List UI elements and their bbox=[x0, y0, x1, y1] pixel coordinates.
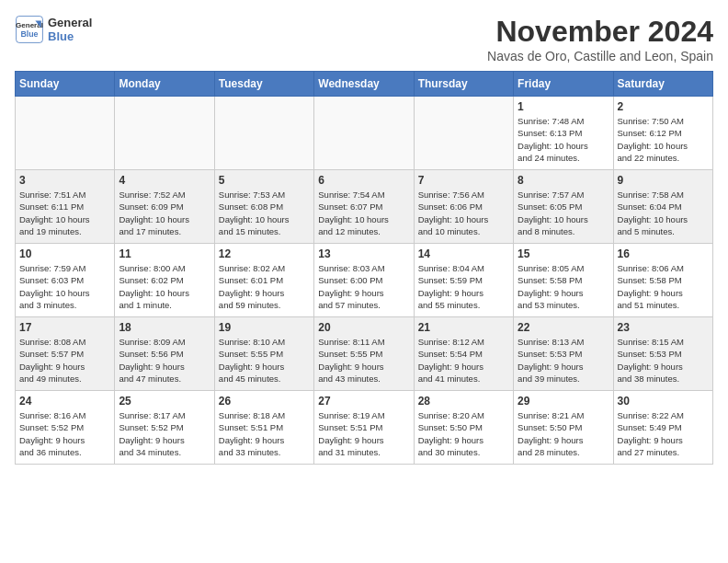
day-number: 24 bbox=[19, 395, 110, 408]
day-info: Sunrise: 7:56 AM Sunset: 6:06 PM Dayligh… bbox=[418, 189, 509, 237]
day-number: 28 bbox=[418, 395, 509, 408]
title-area: November 2024 Navas de Oro, Castille and… bbox=[487, 15, 713, 63]
calendar-cell bbox=[214, 97, 313, 170]
header: General Blue General Blue November 2024 … bbox=[15, 15, 713, 63]
day-number: 5 bbox=[219, 174, 310, 187]
day-number: 7 bbox=[418, 174, 509, 187]
calendar-cell bbox=[414, 97, 513, 170]
day-number: 16 bbox=[618, 247, 709, 260]
day-info: Sunrise: 7:54 AM Sunset: 6:07 PM Dayligh… bbox=[318, 189, 409, 237]
calendar-cell bbox=[314, 97, 414, 170]
day-info: Sunrise: 7:59 AM Sunset: 6:03 PM Dayligh… bbox=[19, 262, 110, 311]
logo: General Blue General Blue bbox=[15, 15, 92, 44]
day-number: 14 bbox=[418, 247, 509, 260]
day-info: Sunrise: 8:20 AM Sunset: 5:50 PM Dayligh… bbox=[418, 409, 509, 458]
day-info: Sunrise: 8:18 AM Sunset: 5:51 PM Dayligh… bbox=[219, 409, 310, 458]
day-number: 6 bbox=[318, 174, 409, 187]
calendar-cell: 14Sunrise: 8:04 AM Sunset: 5:59 PM Dayli… bbox=[414, 244, 513, 317]
calendar-cell: 18Sunrise: 8:09 AM Sunset: 5:56 PM Dayli… bbox=[115, 317, 214, 391]
calendar-cell: 29Sunrise: 8:21 AM Sunset: 5:50 PM Dayli… bbox=[514, 391, 613, 465]
week-row-2: 3Sunrise: 7:51 AM Sunset: 6:11 PM Daylig… bbox=[16, 170, 713, 244]
calendar-cell: 17Sunrise: 8:08 AM Sunset: 5:57 PM Dayli… bbox=[16, 317, 115, 391]
day-info: Sunrise: 7:48 AM Sunset: 6:13 PM Dayligh… bbox=[518, 115, 609, 164]
day-info: Sunrise: 7:51 AM Sunset: 6:11 PM Dayligh… bbox=[19, 189, 110, 237]
svg-text:Blue: Blue bbox=[20, 29, 38, 39]
day-number: 26 bbox=[219, 395, 310, 408]
day-info: Sunrise: 8:00 AM Sunset: 6:02 PM Dayligh… bbox=[119, 262, 210, 311]
day-number: 10 bbox=[19, 247, 110, 260]
logo-text-blue: Blue bbox=[48, 29, 92, 43]
day-info: Sunrise: 8:19 AM Sunset: 5:51 PM Dayligh… bbox=[318, 409, 409, 458]
day-number: 20 bbox=[318, 321, 409, 334]
day-number: 29 bbox=[518, 395, 609, 408]
day-info: Sunrise: 8:12 AM Sunset: 5:54 PM Dayligh… bbox=[418, 336, 509, 385]
logo-icon: General Blue bbox=[15, 15, 44, 44]
calendar-cell: 25Sunrise: 8:17 AM Sunset: 5:52 PM Dayli… bbox=[115, 391, 214, 465]
calendar-cell: 20Sunrise: 8:11 AM Sunset: 5:55 PM Dayli… bbox=[314, 317, 414, 391]
month-title: November 2024 bbox=[487, 15, 713, 49]
day-number: 15 bbox=[518, 247, 609, 260]
calendar-cell: 21Sunrise: 8:12 AM Sunset: 5:54 PM Dayli… bbox=[414, 317, 513, 391]
calendar-cell: 1Sunrise: 7:48 AM Sunset: 6:13 PM Daylig… bbox=[514, 97, 613, 170]
day-info: Sunrise: 8:13 AM Sunset: 5:53 PM Dayligh… bbox=[518, 336, 609, 385]
calendar-cell: 30Sunrise: 8:22 AM Sunset: 5:49 PM Dayli… bbox=[613, 391, 712, 465]
calendar-table: SundayMondayTuesdayWednesdayThursdayFrid… bbox=[15, 71, 713, 465]
day-number: 19 bbox=[219, 321, 310, 334]
day-info: Sunrise: 8:06 AM Sunset: 5:58 PM Dayligh… bbox=[618, 262, 709, 311]
day-info: Sunrise: 8:16 AM Sunset: 5:52 PM Dayligh… bbox=[19, 409, 110, 458]
weekday-header-saturday: Saturday bbox=[613, 72, 712, 97]
day-info: Sunrise: 8:03 AM Sunset: 6:00 PM Dayligh… bbox=[318, 262, 409, 311]
day-number: 23 bbox=[618, 321, 709, 334]
calendar-cell: 12Sunrise: 8:02 AM Sunset: 6:01 PM Dayli… bbox=[214, 244, 313, 317]
day-info: Sunrise: 7:53 AM Sunset: 6:08 PM Dayligh… bbox=[219, 189, 310, 237]
calendar-cell: 23Sunrise: 8:15 AM Sunset: 5:53 PM Dayli… bbox=[613, 317, 712, 391]
day-info: Sunrise: 8:08 AM Sunset: 5:57 PM Dayligh… bbox=[19, 336, 110, 385]
day-info: Sunrise: 8:10 AM Sunset: 5:55 PM Dayligh… bbox=[219, 336, 310, 385]
calendar-cell: 5Sunrise: 7:53 AM Sunset: 6:08 PM Daylig… bbox=[214, 170, 313, 244]
day-info: Sunrise: 7:58 AM Sunset: 6:04 PM Dayligh… bbox=[618, 189, 709, 237]
calendar-cell bbox=[16, 97, 115, 170]
day-number: 1 bbox=[518, 100, 609, 113]
calendar-cell: 27Sunrise: 8:19 AM Sunset: 5:51 PM Dayli… bbox=[314, 391, 414, 465]
calendar-cell: 10Sunrise: 7:59 AM Sunset: 6:03 PM Dayli… bbox=[16, 244, 115, 317]
weekday-header-tuesday: Tuesday bbox=[214, 72, 313, 97]
day-number: 17 bbox=[19, 321, 110, 334]
calendar-cell: 8Sunrise: 7:57 AM Sunset: 6:05 PM Daylig… bbox=[514, 170, 613, 244]
day-number: 25 bbox=[119, 395, 210, 408]
location: Navas de Oro, Castille and Leon, Spain bbox=[487, 49, 713, 63]
week-row-1: 1Sunrise: 7:48 AM Sunset: 6:13 PM Daylig… bbox=[16, 97, 713, 170]
day-info: Sunrise: 7:57 AM Sunset: 6:05 PM Dayligh… bbox=[518, 189, 609, 237]
week-row-3: 10Sunrise: 7:59 AM Sunset: 6:03 PM Dayli… bbox=[16, 244, 713, 317]
day-info: Sunrise: 8:22 AM Sunset: 5:49 PM Dayligh… bbox=[618, 409, 709, 458]
calendar-cell: 16Sunrise: 8:06 AM Sunset: 5:58 PM Dayli… bbox=[613, 244, 712, 317]
day-number: 18 bbox=[119, 321, 210, 334]
day-number: 3 bbox=[19, 174, 110, 187]
calendar-cell: 24Sunrise: 8:16 AM Sunset: 5:52 PM Dayli… bbox=[16, 391, 115, 465]
calendar-cell: 2Sunrise: 7:50 AM Sunset: 6:12 PM Daylig… bbox=[613, 97, 712, 170]
day-info: Sunrise: 8:05 AM Sunset: 5:58 PM Dayligh… bbox=[518, 262, 609, 311]
day-number: 21 bbox=[418, 321, 509, 334]
day-number: 4 bbox=[119, 174, 210, 187]
calendar-cell: 6Sunrise: 7:54 AM Sunset: 6:07 PM Daylig… bbox=[314, 170, 414, 244]
day-number: 27 bbox=[318, 395, 409, 408]
calendar-cell: 19Sunrise: 8:10 AM Sunset: 5:55 PM Dayli… bbox=[214, 317, 313, 391]
day-number: 30 bbox=[618, 395, 709, 408]
day-info: Sunrise: 7:50 AM Sunset: 6:12 PM Dayligh… bbox=[618, 115, 709, 164]
day-info: Sunrise: 7:52 AM Sunset: 6:09 PM Dayligh… bbox=[119, 189, 210, 237]
calendar-cell: 26Sunrise: 8:18 AM Sunset: 5:51 PM Dayli… bbox=[214, 391, 313, 465]
day-info: Sunrise: 8:17 AM Sunset: 5:52 PM Dayligh… bbox=[119, 409, 210, 458]
calendar-cell: 7Sunrise: 7:56 AM Sunset: 6:06 PM Daylig… bbox=[414, 170, 513, 244]
weekday-header-row: SundayMondayTuesdayWednesdayThursdayFrid… bbox=[16, 72, 713, 97]
week-row-4: 17Sunrise: 8:08 AM Sunset: 5:57 PM Dayli… bbox=[16, 317, 713, 391]
calendar-cell: 11Sunrise: 8:00 AM Sunset: 6:02 PM Dayli… bbox=[115, 244, 214, 317]
weekday-header-monday: Monday bbox=[115, 72, 214, 97]
day-number: 12 bbox=[219, 247, 310, 260]
calendar-cell: 15Sunrise: 8:05 AM Sunset: 5:58 PM Dayli… bbox=[514, 244, 613, 317]
day-number: 11 bbox=[119, 247, 210, 260]
calendar-cell: 28Sunrise: 8:20 AM Sunset: 5:50 PM Dayli… bbox=[414, 391, 513, 465]
calendar-cell: 22Sunrise: 8:13 AM Sunset: 5:53 PM Dayli… bbox=[514, 317, 613, 391]
weekday-header-wednesday: Wednesday bbox=[314, 72, 414, 97]
day-number: 2 bbox=[618, 100, 709, 113]
day-info: Sunrise: 8:02 AM Sunset: 6:01 PM Dayligh… bbox=[219, 262, 310, 311]
day-info: Sunrise: 8:04 AM Sunset: 5:59 PM Dayligh… bbox=[418, 262, 509, 311]
